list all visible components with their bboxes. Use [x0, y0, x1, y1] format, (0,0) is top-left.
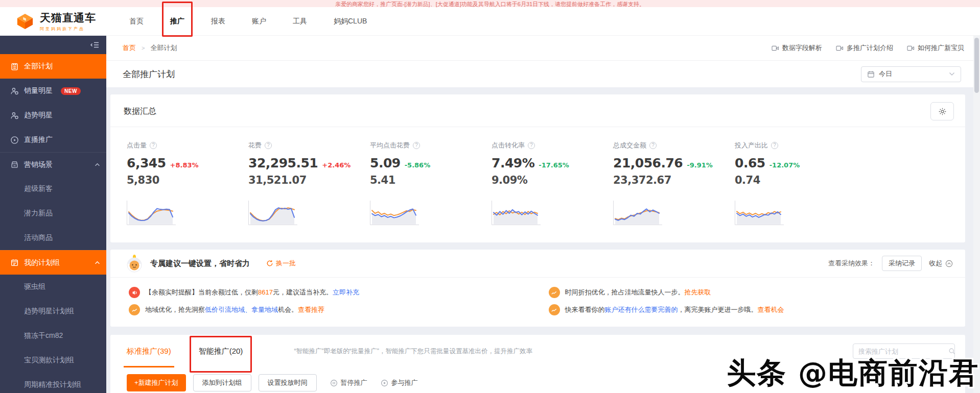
suggestion-text-part[interactable]: 查看机会 — [758, 306, 784, 313]
question-icon[interactable]: ? — [528, 142, 535, 149]
metric-value-row: 7.49%-17.65% — [492, 156, 613, 170]
question-icon[interactable]: ? — [649, 142, 657, 149]
metric-label-text: 总成交金额 — [613, 141, 646, 150]
refresh-suggestions-link[interactable]: 换一批 — [266, 259, 296, 268]
suggestion-text-part[interactable]: 抢先获取 — [685, 288, 711, 296]
top-nav: 首页推广报表账户工具妈妈CLUB — [128, 13, 368, 30]
question-icon[interactable]: ? — [413, 142, 420, 149]
tab-standard-promotion[interactable]: 标准推广(39) — [127, 335, 171, 367]
question-icon[interactable]: ? — [150, 142, 157, 149]
top-nav-item[interactable]: 妈妈CLUB — [332, 13, 368, 30]
sidebar-item[interactable]: 趋势明星计划组 — [0, 299, 106, 324]
plan-search-input[interactable] — [858, 348, 948, 355]
sidebar-item-label: 趋势明星计划组 — [24, 307, 74, 316]
metric-compare-value: 5,830 — [127, 174, 248, 186]
suggestion-text-part: 元，建议适当补充。 — [273, 288, 333, 296]
top-nav-item[interactable]: 推广 — [169, 13, 186, 30]
sidebar-item[interactable]: 我的计划组 — [0, 250, 106, 275]
notice-text: 亲爱的商家您好，推广页面-[潜力新品]、[大促通道]功能及其导航入口将于6月31… — [335, 1, 645, 7]
suggestion-text-part[interactable]: 立即补充 — [333, 288, 359, 296]
metric-value-row: 6,345+8.83% — [127, 156, 248, 170]
sidebar-item[interactable]: 活动商品 — [0, 226, 106, 250]
question-icon[interactable]: ? — [771, 142, 778, 149]
breadcrumb-home-link[interactable]: 首页 — [123, 43, 136, 53]
app-logo[interactable]: 天猫直通车 阿里妈妈旗下产品 — [15, 11, 112, 32]
help-link-label: 多推广计划介绍 — [847, 43, 893, 53]
sidebar-item[interactable]: 直播推广 — [0, 128, 106, 152]
help-video-link[interactable]: 数据字段解析 — [772, 43, 822, 53]
page-title: 全部推广计划 — [123, 68, 175, 80]
metric-value-row: 32,295.51+2.46% — [248, 156, 370, 170]
date-filter-select[interactable]: 今日 — [861, 66, 961, 82]
sidebar-item[interactable]: 周期精准投计划组 — [0, 373, 106, 393]
tab-note: “智能推广”即老版的“批量推广”，智能推广下您只需批量设置基准出价，提升推广效率 — [294, 347, 532, 356]
sidebar-item[interactable]: 全部计划 — [0, 54, 106, 79]
view-effect-label: 查看采纳效果： — [828, 259, 875, 268]
metric-compare-value: 23,372.67 — [613, 174, 735, 186]
question-icon[interactable]: ? — [265, 142, 272, 149]
camera-icon — [772, 45, 779, 52]
sidebar-item[interactable]: 销量明星NEW — [0, 79, 106, 103]
top-nav-item[interactable]: 账户 — [250, 13, 268, 30]
sidebar-item[interactable]: 营销场景 — [0, 152, 106, 177]
top-nav-item[interactable]: 首页 — [128, 13, 145, 30]
top-nav-item-label: 首页 — [129, 17, 144, 25]
sidebar-item[interactable]: 宝贝测款计划组 — [0, 348, 106, 373]
plan-text-action-button[interactable]: 参与推广 — [381, 378, 418, 387]
pause-circle-icon — [330, 379, 338, 387]
logo-cube-icon — [15, 13, 35, 30]
metric-label: 总成交金额? — [613, 141, 735, 150]
tabs-row: 标准推广(39)智能推广(20)“智能推广”即老版的“批量推广”，智能推广下您只… — [110, 335, 965, 367]
plan-text-action-button[interactable]: 暂停推广 — [330, 378, 367, 387]
suggestion-text-part[interactable]: 查看推荐 — [298, 306, 324, 313]
collapse-suggestions-link[interactable]: 收起 — [929, 259, 953, 268]
suggestions-header-right: 查看采纳效果： 采纳记录 收起 — [828, 256, 953, 271]
camera-icon — [836, 45, 844, 52]
tab-label: 标准推广(39) — [127, 347, 171, 356]
scrollbar-thumb[interactable] — [974, 38, 979, 93]
collapse-label: 收起 — [929, 259, 942, 268]
chevron-up-circle-icon — [945, 260, 953, 267]
suggestion-text-part[interactable]: 8617 — [258, 288, 273, 296]
summary-header: 数据汇总 — [110, 94, 965, 127]
tab-smart-promotion[interactable]: 智能推广(20) — [199, 335, 243, 367]
sidebar-item[interactable]: 超级新客 — [0, 177, 106, 201]
sidebar-item[interactable]: 驱虫组 — [0, 275, 106, 299]
metric-label: 点击量? — [127, 141, 248, 150]
top-nav-item[interactable]: 报表 — [209, 13, 227, 30]
star-person-icon — [10, 87, 19, 95]
promotion-tabs-card: 标准推广(39)智能推广(20)“智能推广”即老版的“批量推广”，智能推广下您只… — [110, 335, 965, 393]
metric-label-text: 平均点击花费 — [370, 141, 410, 150]
new-plan-button[interactable]: +新建推广计划 — [127, 374, 186, 391]
sidebar-item[interactable]: 潜力新品 — [0, 201, 106, 226]
suggestions-title: 专属建议一键设置，省时省力 — [150, 259, 250, 268]
sidebar-item[interactable]: 趋势明星 — [0, 103, 106, 128]
sidebar-item-label: 宝贝测款计划组 — [24, 356, 74, 365]
help-video-link[interactable]: 如何推广新宝贝 — [907, 43, 964, 53]
metric-sparkline — [735, 200, 784, 225]
suggestion-text-part: 机会。 — [278, 306, 298, 313]
new-badge: NEW — [61, 87, 81, 95]
help-link-label: 数据字段解析 — [782, 43, 822, 53]
refresh-icon — [266, 260, 273, 267]
metric-label: 平均点击花费? — [370, 141, 492, 150]
scrollbar[interactable] — [973, 36, 980, 393]
summary-settings-button[interactable] — [930, 102, 954, 120]
sidebar-item-label: 潜力新品 — [24, 209, 53, 218]
data-summary-card: 数据汇总 点击量?6,345+8.83%5,830花费?32,295.51+2.… — [110, 94, 965, 242]
live-icon — [10, 136, 19, 144]
sidebar-collapse-button[interactable] — [0, 36, 106, 54]
adoption-record-button[interactable]: 采纳记录 — [882, 256, 922, 271]
plan-action-button[interactable]: 设置投放时间 — [259, 374, 317, 391]
help-video-link[interactable]: 多推广计划介绍 — [836, 43, 893, 53]
metric-label-text: 点击转化率 — [492, 141, 525, 150]
sidebar-item[interactable]: 猫冻干cm82 — [0, 324, 106, 348]
suggestion-text-part[interactable]: 低价引流地域、拿量地域 — [205, 306, 278, 313]
chat-icon — [129, 304, 140, 315]
sidebar-item-label: 驱虫组 — [24, 282, 45, 291]
annotation-box — [162, 2, 193, 37]
plan-action-button[interactable]: 添加到计划组 — [193, 374, 251, 391]
logo-title: 天猫直通车 — [40, 11, 96, 25]
suggestion-text-part[interactable]: 账户还有什么需要完善的 — [605, 306, 678, 313]
top-nav-item[interactable]: 工具 — [291, 13, 309, 30]
